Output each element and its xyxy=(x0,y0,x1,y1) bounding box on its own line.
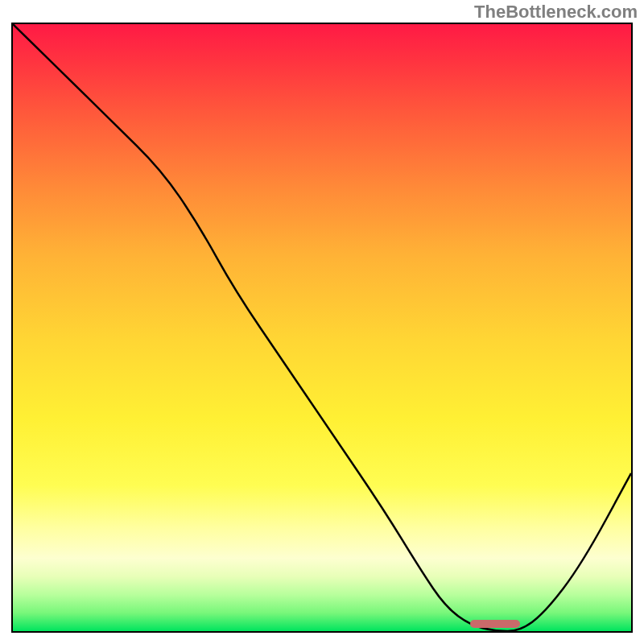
watermark-text: TheBottleneck.com xyxy=(474,2,638,23)
chart-frame xyxy=(11,23,633,633)
optimal-range-marker xyxy=(470,620,519,628)
chart-root: TheBottleneck.com xyxy=(0,0,644,644)
bottleneck-curve xyxy=(13,24,631,631)
